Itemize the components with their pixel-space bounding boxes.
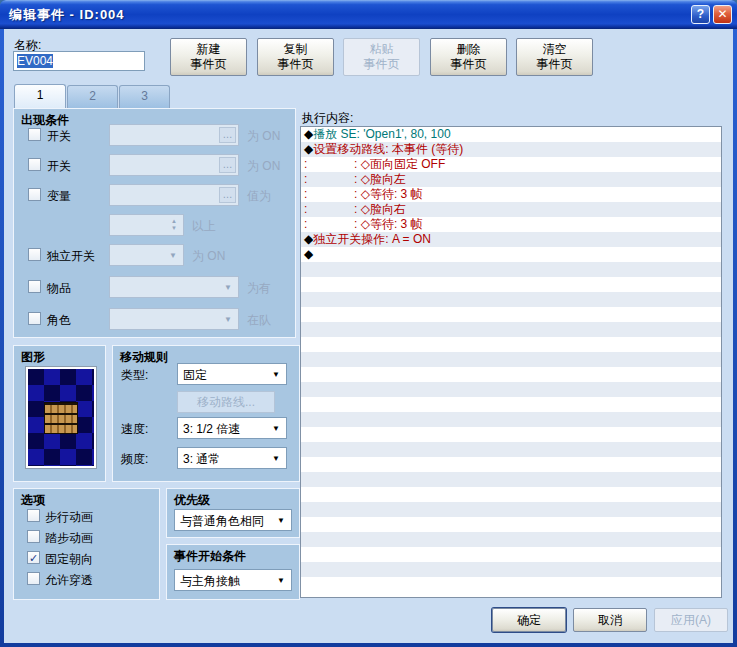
- event-name-input[interactable]: EV004: [13, 51, 145, 71]
- item-checkbox[interactable]: [28, 280, 41, 293]
- item-label: 物品: [47, 280, 71, 297]
- tab-page-2[interactable]: 2: [67, 85, 118, 108]
- command-row[interactable]: : : ◇等待: 3 帧: [301, 217, 721, 232]
- command-row[interactable]: : : ◇等待: 3 帧: [301, 187, 721, 202]
- actor-checkbox[interactable]: [28, 312, 41, 325]
- frequency-select[interactable]: 3: 通常▼: [177, 447, 287, 469]
- command-row[interactable]: [301, 457, 721, 472]
- command-row[interactable]: [301, 487, 721, 502]
- command-row[interactable]: [301, 277, 721, 292]
- ellipsis-icon: …: [219, 187, 236, 203]
- ellipsis-icon: …: [219, 127, 236, 143]
- apply-button: 应用(A): [654, 608, 728, 632]
- chevron-down-icon: ▼: [272, 424, 280, 433]
- variable-checkbox[interactable]: [28, 188, 41, 201]
- variable-suffix: 值为: [247, 188, 271, 205]
- command-row[interactable]: [301, 577, 721, 592]
- event-name-value: EV004: [17, 54, 53, 68]
- trigger-title: 事件开始条件: [174, 548, 246, 565]
- through-checkbox[interactable]: [27, 572, 40, 585]
- variable-value-suffix: 以上: [192, 218, 216, 235]
- event-graphic-preview[interactable]: [25, 366, 97, 469]
- trigger-select[interactable]: 与主角接触▼: [174, 569, 292, 591]
- command-row[interactable]: [301, 532, 721, 547]
- command-row[interactable]: [301, 322, 721, 337]
- step-anim-label: 踏步动画: [45, 530, 93, 547]
- ellipsis-icon: …: [219, 157, 236, 173]
- command-list[interactable]: ◆播放 SE: 'Open1', 80, 100◆设置移动路线: 本事件 (等待…: [300, 126, 722, 598]
- command-row[interactable]: ◆独立开关操作: A = ON: [301, 232, 721, 247]
- command-row[interactable]: [301, 412, 721, 427]
- actor-suffix: 在队: [247, 312, 271, 329]
- command-row[interactable]: ◆设置移动路线: 本事件 (等待): [301, 142, 721, 157]
- move-route-button: 移动路线...: [177, 391, 275, 413]
- command-row[interactable]: [301, 472, 721, 487]
- paste-page-button: 粘贴事件页: [343, 38, 420, 76]
- new-page-button[interactable]: 新建事件页: [170, 38, 247, 76]
- command-row[interactable]: [301, 517, 721, 532]
- walk-anim-checkbox[interactable]: [27, 509, 40, 522]
- trigger-group: 事件开始条件 与主角接触▼: [166, 544, 300, 600]
- move-type-select[interactable]: 固定▼: [177, 363, 287, 385]
- tab-page-3[interactable]: 3: [119, 85, 170, 108]
- through-label: 允许穿透: [45, 572, 93, 589]
- frequency-label: 频度:: [121, 451, 148, 468]
- title-bar[interactable]: 编辑事件 - ID:004 ? ✕: [0, 0, 737, 29]
- command-row[interactable]: [301, 352, 721, 367]
- chevron-down-icon: ▼: [272, 454, 280, 463]
- command-row[interactable]: [301, 502, 721, 517]
- command-row[interactable]: [301, 547, 721, 562]
- walk-anim-label: 步行动画: [45, 509, 93, 526]
- tab-page-1[interactable]: 1: [14, 84, 66, 108]
- ok-button[interactable]: 确定: [492, 608, 566, 632]
- chevron-down-icon: ▼: [224, 283, 232, 292]
- command-row[interactable]: : : ◇面向固定 OFF: [301, 157, 721, 172]
- command-row[interactable]: [301, 442, 721, 457]
- conditions-group: 出现条件 开关 … 为 ON 开关 … 为 ON 变量 … 值为 ▲▼ 以上 独…: [13, 108, 296, 338]
- graphic-title: 图形: [21, 349, 45, 366]
- priority-select[interactable]: 与普通角色相同▼: [174, 509, 292, 531]
- switch1-checkbox[interactable]: [28, 128, 41, 141]
- clear-page-button[interactable]: 清空事件页: [516, 38, 593, 76]
- switch2-label: 开关: [47, 158, 71, 175]
- commands-label: 执行内容:: [302, 110, 353, 127]
- chevron-down-icon: ▼: [169, 251, 177, 260]
- switch2-suffix: 为 ON: [247, 158, 280, 175]
- command-row[interactable]: : : ◇脸向右: [301, 202, 721, 217]
- delete-page-button[interactable]: 删除事件页: [430, 38, 507, 76]
- command-row[interactable]: [301, 262, 721, 277]
- move-type-label: 类型:: [121, 367, 148, 384]
- command-row[interactable]: [301, 397, 721, 412]
- switch2-checkbox[interactable]: [28, 158, 41, 171]
- self-switch-checkbox[interactable]: [28, 248, 41, 261]
- switch2-field: …: [109, 154, 239, 176]
- item-dropdown: ▼: [109, 276, 239, 298]
- copy-page-button[interactable]: 复制事件页: [257, 38, 334, 76]
- command-row[interactable]: [301, 367, 721, 382]
- cancel-button[interactable]: 取消: [573, 608, 647, 632]
- options-group: 选项 步行动画 踏步动画 ✓ 固定朝向 允许穿透: [13, 488, 160, 600]
- command-row[interactable]: [301, 292, 721, 307]
- step-anim-checkbox[interactable]: [27, 530, 40, 543]
- priority-title: 优先级: [174, 492, 210, 509]
- speed-select[interactable]: 3: 1/2 倍速▼: [177, 417, 287, 439]
- command-row[interactable]: ◆播放 SE: 'Open1', 80, 100: [301, 127, 721, 142]
- help-button[interactable]: ?: [691, 5, 710, 24]
- command-row[interactable]: [301, 337, 721, 352]
- self-switch-dropdown: ▼: [109, 244, 184, 266]
- command-row[interactable]: ◆: [301, 247, 721, 262]
- variable-label: 变量: [47, 188, 71, 205]
- command-row[interactable]: [301, 307, 721, 322]
- command-row[interactable]: [301, 427, 721, 442]
- spinner-arrows-icon: ▲▼: [167, 217, 181, 233]
- chevron-down-icon: ▼: [277, 516, 285, 525]
- dialog-body: 名称: EV004 新建事件页 复制事件页 粘贴事件页 删除事件页 清空事件页 …: [4, 29, 733, 643]
- close-icon[interactable]: ✕: [713, 5, 732, 24]
- speed-label: 速度:: [121, 421, 148, 438]
- actor-label: 角色: [47, 312, 71, 329]
- command-row[interactable]: [301, 382, 721, 397]
- fixed-direction-checkbox[interactable]: ✓: [27, 551, 40, 564]
- command-row[interactable]: : : ◇脸向左: [301, 172, 721, 187]
- command-row[interactable]: [301, 562, 721, 577]
- self-switch-suffix: 为 ON: [192, 248, 225, 265]
